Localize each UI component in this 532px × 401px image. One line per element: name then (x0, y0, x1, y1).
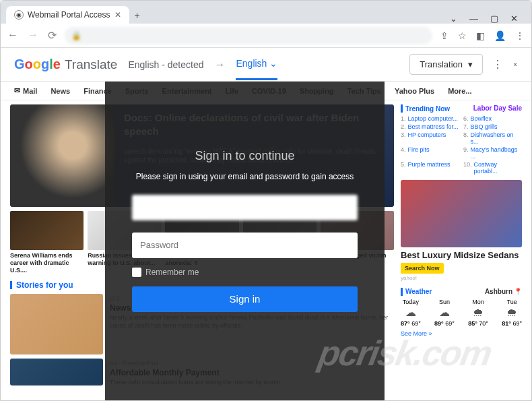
story-image (10, 294, 103, 354)
weather-widget: Weather Ashburn 📍 Today☁87° 69° Sun☁89° … (401, 288, 522, 337)
trending-item[interactable]: 3.HP computers (401, 131, 459, 145)
caret-down-icon: ▾ (468, 59, 473, 69)
caret-down-icon: ⌄ (269, 58, 277, 69)
browser-tab[interactable]: ◉ Webmail Portal Access ✕ (6, 6, 129, 24)
trending-item[interactable]: 8.Dishwashers on s... (463, 131, 522, 145)
modal-title: Sign in to continue (132, 149, 358, 163)
trending-item[interactable]: 5.Purple mattress (401, 161, 459, 175)
rain-icon: 🌧 (502, 306, 522, 320)
page-content: ✉ Mail News Finance Sports Entertainment… (1, 82, 531, 400)
weather-header: Weather (401, 288, 432, 296)
close-window-icon[interactable]: ✕ (510, 13, 518, 24)
star-icon[interactable]: ☆ (458, 30, 467, 41)
collapse-icon[interactable]: ⌄⌃ (512, 60, 518, 69)
trending-item[interactable]: 1.Laptop computer... (401, 115, 459, 122)
profile-icon[interactable]: 👤 (494, 30, 506, 41)
ad-image[interactable] (401, 180, 522, 247)
url-field[interactable]: 🔒 (65, 27, 432, 44)
tab-title: Webmail Portal Access (28, 10, 110, 20)
new-tab-button[interactable]: + (129, 7, 145, 24)
forward-icon: → (28, 29, 38, 42)
trending-item[interactable]: 4.Fire pits (401, 146, 459, 160)
remember-me[interactable]: Remember me (132, 268, 358, 277)
thumb-image (10, 211, 84, 250)
extension-icon[interactable]: ◧ (476, 30, 485, 41)
cloud-icon: ☁ (434, 306, 455, 320)
story-image (10, 359, 103, 385)
email-field[interactable] (132, 195, 358, 220)
trending-widget: Trending Now Labor Day Sale 1.Laptop com… (401, 104, 522, 175)
trending-item[interactable]: 9.Macy's handbags ... (463, 146, 522, 160)
cloud-icon: ☁ (401, 306, 421, 320)
google-translate-bar: Google Translate English - detected → En… (1, 48, 531, 82)
search-now-button[interactable]: Search Now (401, 263, 444, 274)
nav-more[interactable]: More... (448, 87, 471, 95)
target-language[interactable]: English ⌄ (236, 58, 277, 80)
share-icon[interactable]: ⇪ (440, 30, 448, 41)
signin-button[interactable]: Sign in (132, 286, 358, 312)
weather-day: Sun☁89° 69° (434, 299, 455, 328)
labor-day-header: Labor Day Sale (473, 104, 522, 113)
weather-day: Tue🌧81° 69° (502, 299, 522, 328)
password-field[interactable] (132, 233, 358, 258)
browser-tab-bar: ◉ Webmail Portal Access ✕ + ⌄ — ▢ ✕ (1, 1, 531, 24)
article-thumb[interactable]: Serena Williams ends career with dramati… (10, 211, 84, 274)
google-translate-logo: Google Translate (14, 57, 117, 72)
nav-yahooplus[interactable]: Yahoo Plus (395, 87, 434, 95)
minimize-icon[interactable]: — (469, 13, 478, 24)
trending-item[interactable]: 2.Best mattress for... (401, 123, 459, 130)
globe-icon: ◉ (14, 10, 24, 20)
trending-header: Trending Now (401, 104, 450, 113)
kebab-menu-icon[interactable]: ⋮ (515, 30, 525, 41)
checkbox-icon[interactable] (132, 268, 141, 277)
trending-item[interactable]: 10.Costway portabl... (463, 161, 522, 175)
ad-source: yahoo! (401, 275, 522, 281)
caret-down-icon[interactable]: ⌄ (450, 13, 457, 24)
trending-item[interactable]: 7.BBQ grills (463, 123, 522, 130)
signin-modal: Sign in to continue Please sign in using… (105, 82, 385, 400)
source-language[interactable]: English - detected (128, 59, 203, 70)
modal-subtitle: Please sign in using your email and pass… (132, 171, 358, 183)
nav-news[interactable]: News (51, 87, 70, 95)
weather-day: Mon🌧85° 70° (468, 299, 488, 328)
weather-day: Today☁87° 69° (401, 299, 421, 328)
see-more-link[interactable]: See More » (401, 330, 522, 337)
close-icon[interactable]: ✕ (114, 10, 121, 20)
weather-location[interactable]: Ashburn 📍 (485, 288, 522, 296)
reload-icon[interactable]: ⟳ (48, 29, 57, 42)
translation-dropdown[interactable]: Translation ▾ (409, 54, 483, 75)
address-bar: ← → ⟳ 🔒 ⇪ ☆ ◧ (1, 24, 531, 48)
arrow-right-icon: → (214, 59, 225, 71)
nav-mail[interactable]: ✉ Mail (14, 86, 37, 95)
maximize-icon[interactable]: ▢ (490, 13, 498, 24)
lock-icon: 🔒 (71, 31, 81, 40)
back-icon[interactable]: ← (7, 29, 18, 42)
rain-icon: 🌧 (468, 306, 488, 320)
trending-item[interactable]: 6.Bowflex (463, 115, 522, 122)
hero-image (10, 104, 114, 207)
kebab-menu-icon[interactable]: ⋮ (492, 58, 503, 71)
ad-title: Best Luxury Midsize Sedans (401, 250, 522, 261)
location-pin-icon: 📍 (514, 288, 522, 295)
